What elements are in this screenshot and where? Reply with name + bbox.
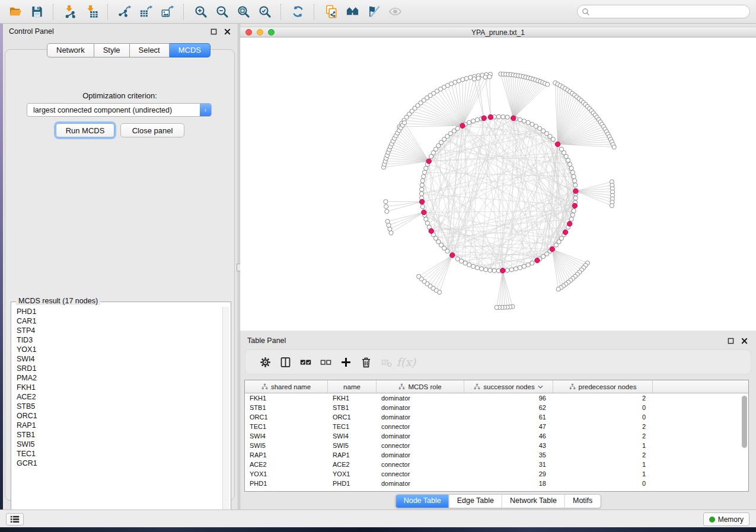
table-row[interactable]: ACE2ACE2connector311	[245, 460, 748, 469]
table-cell[interactable]: SWI5	[328, 442, 377, 449]
table-cell[interactable]: 61	[464, 414, 553, 421]
table-row[interactable]: STB1STB1dominator620	[245, 403, 748, 412]
table-cell[interactable]: 46	[464, 432, 553, 440]
table-cell[interactable]: SWI5	[245, 442, 328, 449]
table-cell[interactable]: RAP1	[245, 451, 328, 459]
column-header-MCDS-role[interactable]: MCDS role	[377, 380, 464, 393]
mcds-result-item[interactable]: FKH1	[12, 383, 222, 392]
tab-mcds[interactable]: MCDS	[170, 43, 210, 57]
table-cell[interactable]: 1	[553, 470, 653, 477]
mcds-result-item[interactable]: RAP1	[12, 421, 222, 430]
table-cell[interactable]: 35	[464, 451, 553, 459]
deselect-all-button[interactable]	[315, 353, 336, 371]
table-cell[interactable]: PHD1	[245, 480, 328, 487]
network-graph[interactable]	[240, 38, 756, 331]
close-table-panel-icon[interactable]	[739, 336, 749, 345]
export-image-button[interactable]	[157, 2, 178, 21]
task-history-button[interactable]	[6, 513, 24, 525]
table-cell[interactable]: TEC1	[328, 423, 377, 430]
table-cell[interactable]: dominator	[377, 480, 464, 487]
table-row[interactable]: RAP1RAP1dominator352	[245, 450, 748, 460]
table-cell[interactable]: ACE2	[245, 461, 328, 468]
table-cell[interactable]: connector	[377, 461, 464, 468]
tab-style[interactable]: Style	[94, 43, 130, 57]
tab-node-table[interactable]: Node Table	[396, 495, 449, 508]
hide-details-button[interactable]	[363, 2, 384, 21]
table-cell[interactable]: 31	[464, 461, 553, 468]
mcds-result-item[interactable]: PMA2	[12, 373, 222, 383]
zoom-selected-button[interactable]	[254, 2, 275, 21]
table-cell[interactable]: 0	[553, 480, 653, 487]
mcds-result-item[interactable]: GCR1	[12, 459, 222, 468]
float-panel-icon[interactable]	[209, 27, 218, 36]
mcds-result-item[interactable]: TID3	[12, 335, 222, 345]
table-cell[interactable]: connector	[377, 423, 464, 430]
table-row[interactable]: SWI4SWI4dominator462	[245, 431, 748, 441]
table-row[interactable]: TEC1TEC1connector472	[245, 422, 748, 431]
table-cell[interactable]: FKH1	[328, 395, 377, 402]
table-cell[interactable]: 2	[553, 432, 653, 440]
close-panel-icon[interactable]	[222, 27, 232, 36]
export-table-button[interactable]	[135, 2, 157, 21]
mcds-result-item[interactable]: SRD1	[12, 364, 222, 373]
network-canvas[interactable]	[240, 38, 756, 331]
tab-network-table[interactable]: Network Table	[502, 495, 564, 508]
import-table-button[interactable]	[81, 2, 102, 21]
add-column-button[interactable]	[336, 353, 356, 371]
table-cell[interactable]: FKH1	[245, 395, 328, 402]
close-panel-button[interactable]: Close panel	[120, 123, 184, 137]
mcds-result-item[interactable]: ACE2	[12, 392, 222, 402]
table-cell[interactable]: 0	[553, 404, 653, 411]
trash-button[interactable]	[356, 353, 376, 371]
mcds-result-item[interactable]: STB1	[12, 430, 222, 440]
table-cell[interactable]: 47	[464, 423, 553, 430]
save-button[interactable]	[26, 2, 47, 21]
criterion-select[interactable]: largest connected component (undirected)	[27, 103, 212, 117]
table-cell[interactable]: 2	[553, 423, 653, 430]
table-cell[interactable]: 43	[464, 442, 553, 449]
table-row[interactable]: FKH1FKH1dominator962	[245, 393, 748, 403]
export-network-button[interactable]	[114, 2, 135, 21]
import-network-button[interactable]	[59, 2, 81, 21]
mcds-result-item[interactable]: STB5	[12, 402, 222, 411]
table-cell[interactable]: 96	[464, 395, 553, 402]
table-cell[interactable]: SWI4	[245, 432, 328, 440]
mcds-result-item[interactable]: ORC1	[12, 411, 222, 421]
zoom-out-button[interactable]	[211, 2, 232, 21]
table-row[interactable]: PHD1PHD1dominator180	[245, 479, 748, 488]
table-cell[interactable]: ORC1	[245, 414, 328, 421]
table-cell[interactable]: 18	[464, 480, 553, 487]
tab-motifs[interactable]: Motifs	[564, 495, 600, 508]
mcds-result-item[interactable]: PHD1	[12, 307, 222, 316]
tab-select[interactable]: Select	[130, 43, 170, 57]
zoom-in-button[interactable]	[190, 2, 211, 21]
table-cell[interactable]: 1	[553, 461, 653, 468]
table-row[interactable]: SWI5SWI5connector431	[245, 441, 748, 450]
table-cell[interactable]: connector	[377, 470, 464, 477]
table-cell[interactable]: 62	[464, 404, 553, 411]
gear-button[interactable]	[255, 353, 275, 371]
column-header-shared-name[interactable]: shared name	[245, 380, 328, 393]
table-cell[interactable]: ACE2	[328, 461, 377, 468]
table-cell[interactable]: 2	[553, 451, 653, 459]
column-header-name[interactable]: name	[328, 380, 377, 393]
mcds-result-item[interactable]: CAR1	[12, 316, 222, 326]
table-cell[interactable]: STB1	[328, 404, 377, 411]
table-cell[interactable]: dominator	[377, 432, 464, 440]
mcds-list-scrollbar[interactable]	[222, 307, 229, 520]
mcds-result-item[interactable]: SWI4	[12, 354, 222, 364]
table-cell[interactable]: RAP1	[328, 451, 377, 459]
table-cell[interactable]: YOX1	[245, 470, 328, 477]
run-mcds-button[interactable]: Run MCDS	[56, 123, 114, 137]
table-cell[interactable]: dominator	[377, 395, 464, 402]
table-cell[interactable]: dominator	[377, 414, 464, 421]
mcds-result-item[interactable]: YOX1	[12, 345, 222, 354]
search-box[interactable]	[577, 5, 750, 18]
table-cell[interactable]: dominator	[377, 451, 464, 459]
table-row[interactable]: YOX1YOX1connector291	[245, 469, 748, 479]
table-cell[interactable]: ORC1	[328, 414, 377, 421]
table-cell[interactable]: TEC1	[245, 423, 328, 430]
open-folder-button[interactable]	[5, 2, 26, 21]
table-cell[interactable]: connector	[377, 442, 464, 449]
table-cell[interactable]: PHD1	[328, 480, 377, 487]
